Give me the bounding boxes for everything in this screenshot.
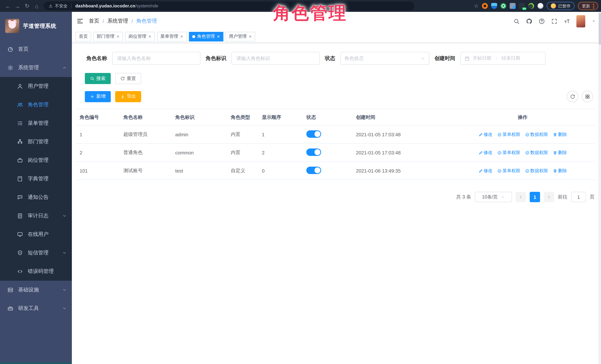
status-select[interactable]: 角色状态 <box>341 52 429 65</box>
delete-link[interactable]: 删除 <box>553 149 567 156</box>
app-logo[interactable]: 芋道管理系统 <box>0 12 72 40</box>
sidebar-menu-item[interactable]: 通知公告 <box>0 188 72 207</box>
address-divider <box>71 3 72 8</box>
calendar-icon <box>464 56 470 61</box>
sidebar-menu-item[interactable]: 首页 <box>0 40 72 59</box>
data-permission-link[interactable]: 数据权限 <box>525 167 548 174</box>
sidebar-menu-item[interactable]: 用户管理 <box>0 77 72 96</box>
fullscreen-icon[interactable] <box>551 18 558 24</box>
navbar-icons <box>513 15 596 27</box>
grid-icon <box>585 94 590 99</box>
extension-icon-green-shield[interactable] <box>501 3 506 9</box>
sidebar-menu-item[interactable]: 在线用户 <box>0 225 72 244</box>
reset-button[interactable]: 重置 <box>115 73 141 84</box>
col-role-key: 角色标识 <box>171 109 227 125</box>
sidebar-menu-item[interactable]: 系统管理 <box>0 59 72 77</box>
bookmark-star-icon[interactable]: ☆ <box>474 3 479 9</box>
edit-link[interactable]: 修改 <box>478 131 492 138</box>
role-key-input[interactable] <box>231 52 320 65</box>
github-icon[interactable] <box>526 18 532 24</box>
menu-item-label: 基础设施 <box>18 287 39 293</box>
sidebar-menu-item[interactable]: 审计日志 <box>0 207 72 225</box>
close-tab-icon[interactable] <box>116 35 120 38</box>
browser-update-button[interactable]: 更新 <box>578 2 598 10</box>
hamburger-icon[interactable] <box>76 17 84 25</box>
date-range-separator: - <box>496 56 497 61</box>
close-tab-icon[interactable] <box>217 35 220 38</box>
browser-reload-icon[interactable]: ↻ <box>22 3 32 9</box>
menu-permission-link[interactable]: 菜单权限 <box>497 167 520 174</box>
extension-icon-grid-diamond[interactable] <box>510 3 516 9</box>
table-tools <box>567 91 593 102</box>
close-tab-icon[interactable] <box>148 35 151 38</box>
date-range-picker[interactable]: 开始日期 - 结束日期 <box>461 52 546 65</box>
extension-icon-pin[interactable] <box>538 3 543 9</box>
next-page-button[interactable] <box>544 192 554 202</box>
font-size-icon[interactable] <box>564 18 570 24</box>
extension-icon-dark-on[interactable]: on <box>519 3 525 9</box>
browser-home-icon[interactable]: ⌂ <box>32 3 41 9</box>
page-tab[interactable]: 角色管理 <box>189 32 223 41</box>
page-number-1[interactable]: 1 <box>530 192 540 202</box>
add-button[interactable]: 新增 <box>85 91 111 102</box>
sidebar-menu-item[interactable]: 短信管理 <box>0 244 72 262</box>
edit-link[interactable]: 修改 <box>478 167 492 174</box>
page-size-select[interactable]: 10条/页 <box>475 192 512 202</box>
extension-icon-blue-gem[interactable] <box>491 3 497 9</box>
prev-page-button[interactable] <box>516 192 526 202</box>
sidebar-menu-item[interactable]: 部门管理 <box>0 133 72 151</box>
breadcrumb-item[interactable]: 系统管理 <box>107 18 128 24</box>
status-toggle[interactable] <box>306 148 321 156</box>
data-permission-link[interactable]: 数据权限 <box>525 131 548 138</box>
sidebar-menu-item[interactable]: 角色管理 <box>0 96 72 114</box>
data-permission-link[interactable]: 数据权限 <box>525 149 548 156</box>
page-tab[interactable]: 首页 <box>76 32 91 41</box>
browser-menu-icon[interactable] <box>593 3 594 8</box>
sidebar-menu-item[interactable]: 基础设施 <box>0 281 72 299</box>
menu-permission-link[interactable]: 菜单权限 <box>497 131 520 138</box>
sidebar-menu-item[interactable]: 菜单管理 <box>0 114 72 133</box>
browser-back-icon[interactable]: ← <box>3 3 13 9</box>
breadcrumb-item[interactable]: 首页 <box>89 18 99 24</box>
page-tab[interactable]: 岗位管理 <box>125 32 155 41</box>
role-name-input[interactable] <box>112 52 200 65</box>
column-settings-button[interactable] <box>581 91 593 102</box>
profile-chip[interactable]: 已暂停 <box>547 2 574 10</box>
extension-icon-orange[interactable] <box>482 3 488 9</box>
close-tab-icon[interactable] <box>180 35 183 38</box>
address-bar[interactable]: ⚠ 不安全 dashboard.yudao.iocoder.cn /system… <box>44 1 414 10</box>
extension-icon-leaf[interactable] <box>528 3 534 9</box>
menu-permission-link[interactable]: 菜单权限 <box>497 149 520 156</box>
menu-item-icon <box>17 83 23 89</box>
goto-page-input[interactable] <box>571 192 586 202</box>
delete-link[interactable]: 删除 <box>553 131 567 138</box>
sidebar-menu-item[interactable]: 错误码管理 <box>0 262 72 281</box>
status-toggle[interactable] <box>306 167 321 174</box>
table-row: 2 普通角色 common 内置 2 2021-01-05 17:03:48 <box>76 144 595 162</box>
status-toggle[interactable] <box>306 130 321 138</box>
close-tab-icon[interactable] <box>249 35 252 38</box>
sidebar-menu-item[interactable]: 研发工具 <box>0 299 72 318</box>
sidebar-menu-item[interactable]: 字典管理 <box>0 170 72 188</box>
breadcrumb-item[interactable]: 角色管理 <box>136 18 157 24</box>
export-button[interactable]: 导出 <box>115 91 141 102</box>
help-icon[interactable] <box>539 18 545 24</box>
scrollbar-thumb[interactable] <box>599 13 601 45</box>
delete-link[interactable]: 删除 <box>553 167 567 174</box>
user-avatar[interactable] <box>576 15 585 27</box>
edit-link[interactable]: 修改 <box>478 149 492 156</box>
page-scrollbar[interactable] <box>598 12 601 364</box>
sidebar-menu-item[interactable]: 岗位管理 <box>0 151 72 170</box>
refresh-table-button[interactable] <box>567 91 578 102</box>
sidebar-bottom-strip <box>0 363 72 364</box>
main-area: 首页 /系统管理 /角色管理 <box>72 12 601 364</box>
role-table: 角色编号 角色名称 角色标识 角色类型 显示顺序 状态 创建时间 操作 <box>76 109 595 180</box>
search-icon[interactable] <box>513 18 520 24</box>
page-tab[interactable]: 用户管理 <box>226 32 255 41</box>
search-button[interactable]: 搜索 <box>85 73 111 84</box>
page-tab[interactable]: 部门管理 <box>93 32 123 41</box>
browser-forward-icon[interactable]: → <box>13 3 22 9</box>
cell-role-name: 测试账号 <box>120 162 171 180</box>
caret-down-icon[interactable] <box>591 19 596 23</box>
page-tab[interactable]: 菜单管理 <box>157 32 187 41</box>
